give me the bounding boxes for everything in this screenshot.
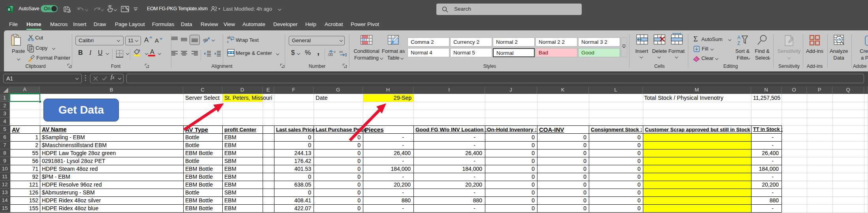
svg-text:0: 0 <box>345 53 347 57</box>
svg-text:.00: .00 <box>338 50 343 54</box>
svg-text:0: 0 <box>334 50 336 54</box>
svg-text:.00: .00 <box>327 52 333 57</box>
svg-text:A: A <box>737 35 740 40</box>
svg-text:Z: Z <box>737 41 740 46</box>
svg-text:c: c <box>227 40 229 43</box>
svg-text:X: X <box>8 7 11 11</box>
svg-text:ab: ab <box>227 36 231 39</box>
